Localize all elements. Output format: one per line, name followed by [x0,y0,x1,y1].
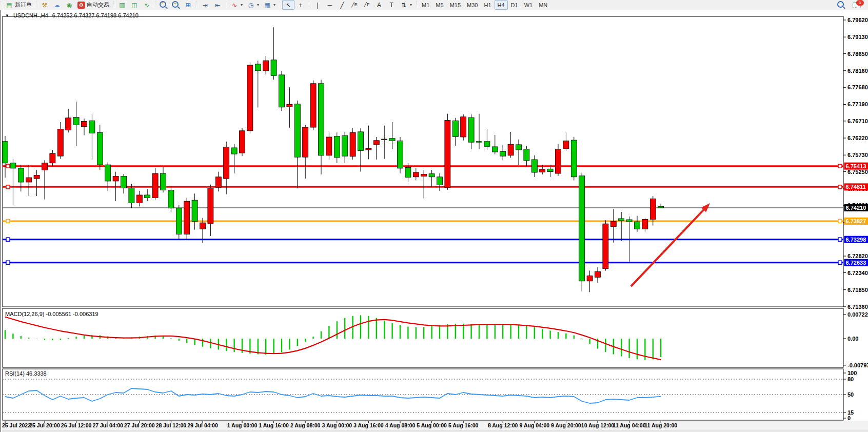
candle [413,172,419,177]
crosshair-button[interactable]: + [294,0,307,10]
candle [484,142,490,146]
time-label: 9 Aug 20:00 [551,422,581,428]
candlestick-button[interactable]: ◫ [128,0,141,10]
time-label: 3 Aug 00:00 [322,422,352,428]
templates-button[interactable]: ▦▾ [261,0,278,10]
chart-window: ▼ USDCNH-,H4 6.74252 6.74327 6.74198 6.7… [0,10,868,432]
candle [398,141,403,168]
timeframe-m30[interactable]: M30 [464,0,481,10]
timeframe-m5[interactable]: M5 [432,0,446,10]
candle [500,151,506,156]
candle [294,104,300,158]
chart-title-bar[interactable]: ▼ USDCNH-,H4 6.74252 6.74327 6.74198 6.7… [5,12,139,18]
candle [429,174,435,177]
chat-icon[interactable]: 1 [853,2,861,8]
periods-button[interactable]: ◷▾ [245,0,261,10]
timeframe-m1[interactable]: M1 [419,0,432,10]
auto-trading-button[interactable]: ⚙自动交易 [75,0,111,10]
timeframe-w1[interactable]: W1 [521,0,536,10]
line-handle[interactable] [838,238,842,241]
timeframe-h4-label: H4 [498,2,505,8]
candle [145,195,150,198]
hammer-button[interactable]: ⚒ [38,0,51,10]
line-handle[interactable] [838,261,842,264]
time-label: 11 Aug 20:00 [644,422,677,428]
time-label: 28 Jul 12:00 [156,422,187,428]
horizontal-line-icon: ─ [326,1,334,9]
chevron-down-icon[interactable]: ▾ [241,3,243,7]
arrows-icon: ⇅ [400,1,408,9]
chevron-down-icon[interactable]: ▾ [257,3,259,7]
line-handle[interactable] [838,185,842,189]
collapse-triangle-icon[interactable]: ▼ [5,13,9,18]
time-label: 5 Aug 16:00 [448,422,479,428]
timeframe-h1[interactable]: H1 [481,0,494,10]
candle [524,149,529,161]
tile-windows-button[interactable]: ⊞ [182,0,194,10]
timeframe-mn[interactable]: MN [536,0,550,10]
candle [531,160,537,172]
cursor-button[interactable]: ↖ [282,0,294,10]
label-button[interactable]: T [385,0,398,10]
candle [334,136,340,158]
horizontal-line-button[interactable]: ─ [324,0,336,10]
zoom-group: +−⊞ [154,0,196,10]
candle [10,163,16,168]
line-handle[interactable] [6,238,10,241]
new-order-button-label: 新订单 [15,1,32,9]
fibonacci-button[interactable]: ╱F [361,0,373,10]
timeframe-m15[interactable]: M15 [447,0,464,10]
zoom-in-button[interactable]: + [157,0,170,10]
experts-button[interactable]: ☁ [51,0,63,10]
line-chart-button[interactable]: ∿ [141,0,153,10]
line-handle[interactable] [838,164,842,168]
vertical-line-button[interactable]: | [311,0,324,10]
candle [547,169,553,171]
template-icon: ▦ [263,1,271,9]
candle [508,144,514,155]
bar-chart-button[interactable]: ▥ [116,0,128,10]
chevron-down-icon[interactable]: ▾ [410,3,412,7]
line-handle[interactable] [6,185,10,189]
zoom-out-button[interactable]: − [170,0,182,10]
timeframe-h4[interactable]: H4 [495,0,508,10]
bar-chart-icon: ▥ [118,1,126,9]
line-handle[interactable] [838,219,842,223]
line-handle[interactable] [6,261,10,264]
svg-text:-0.007979: -0.007979 [847,362,868,368]
candle [477,142,482,142]
candle [516,145,522,150]
timeframe-group: M1M5M15M30H1H4D1W1MN [416,0,552,10]
new-order-button[interactable]: ▤新订单 [3,0,34,10]
line-handle[interactable] [6,164,10,168]
time-label: 11 Aug 04:00 [613,422,646,428]
channel-button[interactable]: ╱E [348,0,361,10]
cloud-icon: ☁ [53,1,61,9]
trendline-button[interactable]: ╱ [336,0,348,10]
candle [50,153,55,163]
line-handle[interactable] [6,219,10,223]
auto-scroll-button[interactable]: ⇥ [199,0,211,10]
timeframe-d1[interactable]: D1 [508,0,521,10]
text-button[interactable]: A [373,0,385,10]
arrows-button[interactable]: ⇅▾ [398,0,414,10]
chart-ohlc-values: 6.74252 6.74327 6.74198 6.74210 [52,12,139,18]
crosshair-icon: + [297,1,305,9]
candle [389,139,395,141]
auto-scroll-icon: ⇥ [201,1,209,9]
candle [3,142,8,163]
zoom-in-icon: + [160,1,166,8]
chart-shift-button[interactable]: ⇤ [211,0,224,10]
search-icon[interactable] [837,1,844,8]
candle [192,200,198,221]
candle [168,190,174,208]
indicators-button[interactable]: ∿▾ [228,0,245,10]
chevron-down-icon[interactable]: ▾ [273,3,275,7]
clock-icon: ◷ [247,1,255,9]
candle [563,141,569,148]
candle [271,60,277,75]
candle [97,132,103,165]
chart-canvas[interactable]: 6.796206.791306.786506.781606.776806.771… [1,10,868,432]
time-label: 5 Aug 00:00 [417,422,447,428]
signals-button[interactable]: ◉ [63,0,75,10]
